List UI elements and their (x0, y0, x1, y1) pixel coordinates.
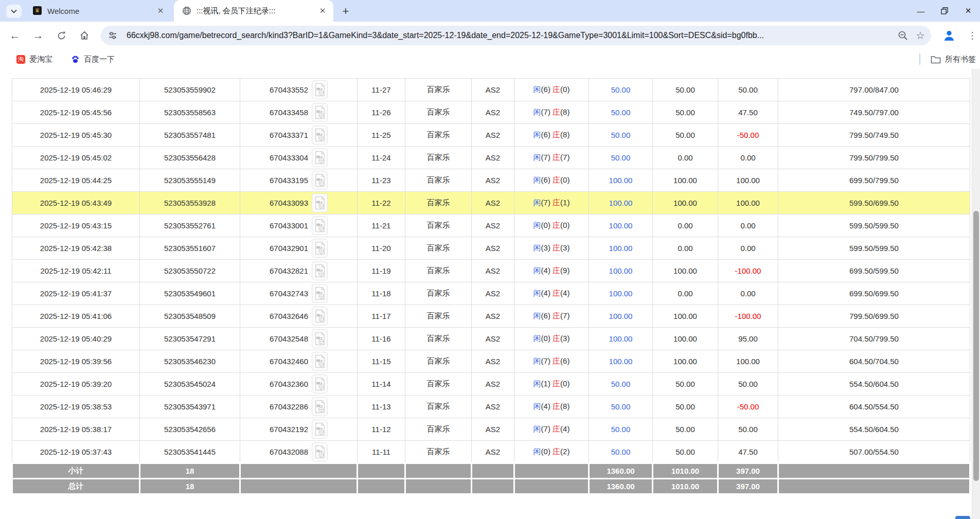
table-row[interactable]: 2025-12-19 05:40:29 523053547291 6704325… (12, 328, 970, 350)
scrollbar-thumb[interactable] (973, 211, 979, 481)
video-replay-button[interactable] (312, 126, 328, 145)
cell-bet-amount[interactable]: 50.00 (589, 396, 653, 418)
video-replay-button[interactable] (312, 193, 328, 212)
cell-bet-amount[interactable]: 100.00 (589, 237, 653, 260)
table-row[interactable]: 2025-12-19 05:45:30 523053557481 6704333… (12, 124, 970, 147)
cell-bet-amount[interactable]: 100.00 (589, 214, 653, 237)
bet-record-table: 2025-12-19 05:46:29 523053559902 6704335… (11, 78, 971, 495)
video-replay-button[interactable] (312, 352, 328, 371)
video-replay-button[interactable] (312, 329, 328, 348)
banker-label: 庄 (553, 447, 560, 456)
video-replay-button[interactable] (312, 239, 328, 258)
new-tab-button[interactable]: + (338, 4, 353, 19)
video-replay-button[interactable] (312, 261, 328, 280)
cell-bet-amount[interactable]: 100.00 (589, 305, 653, 328)
tune-icon[interactable] (104, 27, 121, 44)
tab-search-button[interactable] (6, 5, 22, 18)
table-row[interactable]: 2025-12-19 05:45:02 523053556428 6704333… (12, 147, 970, 169)
table-row[interactable]: 2025-12-19 05:39:20 523053545024 6704323… (12, 373, 970, 396)
video-replay-button[interactable] (312, 442, 328, 461)
vertical-scrollbar[interactable] (972, 69, 980, 519)
cell-game-name: 百家乐 (405, 260, 472, 282)
player-label: 闲 (533, 311, 541, 320)
cell-bet-amount[interactable]: 50.00 (589, 441, 653, 463)
window-controls: — ✕ (909, 0, 980, 22)
table-row[interactable]: 2025-12-19 05:38:53 523053543971 6704322… (12, 396, 970, 418)
cell-balance: 599.50/699.50 (778, 192, 970, 214)
cell-bet-time: 2025-12-19 05:42:38 (12, 237, 140, 260)
video-replay-button[interactable] (312, 284, 328, 303)
profile-avatar[interactable] (940, 27, 958, 44)
video-replay-button[interactable] (312, 397, 328, 416)
bookmark-baidu[interactable]: 百度一下 (68, 52, 118, 66)
video-replay-button[interactable] (312, 148, 328, 167)
back-button[interactable]: ← (6, 26, 24, 45)
cell-valid-amount: 50.00 (653, 418, 718, 441)
video-replay-button[interactable] (312, 216, 328, 235)
video-replay-button[interactable] (312, 420, 328, 439)
cell-bet-time: 2025-12-19 05:40:29 (12, 328, 140, 350)
forward-button[interactable]: → (29, 26, 47, 45)
all-bookmarks-button[interactable]: 所有书签 (931, 52, 976, 66)
close-icon[interactable]: ✕ (317, 5, 328, 16)
table-row[interactable]: 2025-12-19 05:42:11 523053550722 6704328… (12, 260, 970, 282)
cell-bet-amount[interactable]: 100.00 (589, 169, 653, 192)
table-row[interactable]: 2025-12-19 05:41:37 523053549601 6704327… (12, 282, 970, 305)
menu-dots-icon[interactable]: ⋮ (966, 27, 978, 44)
table-row[interactable]: 2025-12-19 05:44:25 523053555149 6704331… (12, 169, 970, 192)
cell-bet-amount[interactable]: 100.00 (589, 260, 653, 282)
video-replay-button[interactable] (312, 307, 328, 326)
table-row[interactable]: 2025-12-19 05:37:43 523053541445 6704320… (12, 441, 970, 463)
bookmark-taobao[interactable]: 淘 爱淘宝 (13, 52, 56, 66)
bookmark-star-icon[interactable]: ☆ (912, 27, 929, 44)
cell-game-id: 670432646 (240, 305, 358, 328)
video-replay-button[interactable] (312, 103, 328, 122)
minimize-button[interactable]: — (909, 0, 933, 22)
table-row[interactable]: 2025-12-19 05:46:29 523053559902 6704335… (12, 79, 970, 101)
table-row[interactable]: 2025-12-19 05:43:49 523053553928 6704330… (12, 192, 970, 214)
cell-bet-amount[interactable]: 50.00 (589, 373, 653, 396)
url-bar[interactable]: 66cxkj98.com/game/betrecord_search/kind3… (101, 26, 931, 45)
tab-welcome[interactable]: ♛ Welcome ✕ (25, 0, 171, 22)
table-row[interactable]: 2025-12-19 05:38:17 523053542656 6704321… (12, 418, 970, 441)
player-label: 闲 (533, 379, 541, 388)
pagination-button-clipped[interactable] (955, 516, 970, 519)
video-replay-button[interactable] (312, 374, 328, 393)
cell-bet-amount[interactable]: 50.00 (589, 147, 653, 169)
home-button[interactable] (75, 26, 94, 45)
cell-bet-amount[interactable]: 50.00 (589, 124, 653, 147)
close-window-button[interactable]: ✕ (956, 0, 980, 22)
cell-bet-amount[interactable]: 100.00 (589, 328, 653, 350)
table-row[interactable]: 2025-12-19 05:41:06 523053548509 6704326… (12, 305, 970, 328)
cell-game-id: 670432901 (240, 237, 358, 260)
restore-button[interactable] (933, 0, 956, 22)
cell-bet-amount[interactable]: 100.00 (589, 350, 653, 373)
tab-bet-record[interactable]: :::视讯, 会员下注纪录::: ✕ (174, 0, 333, 22)
table-row[interactable]: 2025-12-19 05:42:38 523053551607 6704329… (12, 237, 970, 260)
video-replay-button[interactable] (312, 171, 328, 190)
close-icon[interactable]: ✕ (155, 5, 166, 16)
player-label: 闲 (533, 402, 541, 410)
cell-bet-amount[interactable]: 100.00 (589, 192, 653, 214)
table-row[interactable]: 2025-12-19 05:43:15 523053552761 6704330… (12, 214, 970, 237)
cell-round: 11-12 (358, 418, 405, 441)
table-row[interactable]: 2025-12-19 05:39:56 523053546230 6704324… (12, 350, 970, 373)
cell-balance: 699.50/699.50 (778, 282, 970, 305)
video-replay-icon (314, 128, 326, 142)
cell-valid-amount: 100.00 (653, 260, 718, 282)
banker-label: 庄 (553, 85, 560, 94)
zoom-out-icon[interactable] (894, 27, 912, 44)
cell-game-id: 670432548 (240, 328, 358, 350)
video-replay-button[interactable] (312, 80, 328, 99)
cell-result: 闲(6) 庄(0) (514, 169, 589, 192)
cell-bet-amount[interactable]: 50.00 (589, 418, 653, 441)
cell-valid-amount: 50.00 (653, 396, 718, 418)
cell-bet-id: 523053553928 (140, 192, 240, 214)
url-text[interactable]: 66cxkj98.com/game/betrecord_search/kind3… (127, 31, 894, 40)
table-row[interactable]: 2025-12-19 05:45:56 523053558563 6704334… (12, 101, 970, 124)
cell-bet-amount[interactable]: 50.00 (589, 101, 653, 124)
cell-bet-amount[interactable]: 50.00 (589, 79, 653, 101)
cell-table-code: AS2 (472, 305, 514, 328)
reload-button[interactable] (52, 26, 70, 45)
cell-bet-amount[interactable]: 100.00 (589, 282, 653, 305)
